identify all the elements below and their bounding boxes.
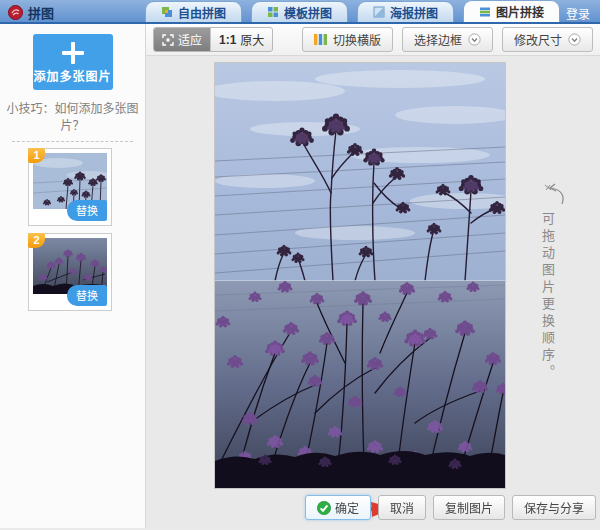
app-logo: 拼图 <box>8 3 54 22</box>
chevron-down-icon <box>568 33 581 46</box>
drag-hint-text: 可拖动图片更换顺序。 <box>538 212 557 382</box>
canvas-toolbar: 适应 1:1 原大 切换横版 <box>146 24 600 56</box>
select-border-label: 选择边框 <box>414 31 462 48</box>
confirm-label: 确定 <box>335 499 359 516</box>
tab-image-stitch[interactable]: 图片拼接 <box>463 0 560 22</box>
template-collage-icon <box>267 6 279 18</box>
chevron-down-icon <box>468 33 481 46</box>
tab-label: 图片拼接 <box>496 3 544 20</box>
thumbnail-item-2[interactable]: 2 <box>28 233 112 311</box>
content-area: 添加多张图片 小技巧：如何添加多张图片？ 1 <box>0 24 600 528</box>
original-label: 原大 <box>240 31 264 48</box>
canvas-area: 可拖动图片更换顺序。 确定 <box>146 56 600 528</box>
switch-horizontal-icon <box>314 34 327 45</box>
stitched-image[interactable] <box>214 62 506 489</box>
select-border-button[interactable]: 选择边框 <box>402 27 493 52</box>
original-size-button[interactable]: 1:1 原大 <box>210 28 272 51</box>
login-link[interactable]: 登录 <box>566 5 590 22</box>
save-share-button[interactable]: 保存与分享 <box>512 495 596 520</box>
switch-horizontal-label: 切换横版 <box>333 31 381 48</box>
action-bar: 确定 取消 复制图片 保存与分享 <box>305 495 596 520</box>
plus-icon <box>62 42 84 64</box>
cancel-label: 取消 <box>390 499 414 516</box>
main-panel: 适应 1:1 原大 切换横版 <box>146 24 600 528</box>
confirm-button[interactable]: 确定 <box>305 495 371 520</box>
tab-label: 自由拼图 <box>178 4 226 21</box>
resize-button[interactable]: 修改尺寸 <box>502 27 593 52</box>
tip-link[interactable]: 小技巧：如何添加多张图片？ <box>0 99 145 133</box>
curl-arrow-icon <box>542 182 568 206</box>
replace-button-1[interactable]: 替换 <box>67 200 107 221</box>
replace-button-2[interactable]: 替换 <box>67 285 107 306</box>
fit-icon <box>162 34 174 46</box>
tab-free-collage[interactable]: 自由拼图 <box>145 1 242 22</box>
image-stitch-icon <box>479 6 491 18</box>
cancel-button[interactable]: 取消 <box>378 495 426 520</box>
sidebar: 添加多张图片 小技巧：如何添加多张图片？ 1 <box>0 24 146 528</box>
fit-view-button[interactable]: 适应 <box>154 28 210 51</box>
add-images-button[interactable]: 添加多张图片 <box>33 34 113 90</box>
add-images-label: 添加多张图片 <box>33 67 113 84</box>
toolbar-right-group: 切换横版 选择边框 修改尺寸 <box>302 27 593 52</box>
tab-bar: 自由拼图 模板拼图 海报拼图 <box>145 0 560 22</box>
app-title: 拼图 <box>28 3 54 22</box>
divider <box>12 141 133 142</box>
copy-image-button[interactable]: 复制图片 <box>433 495 505 520</box>
check-icon <box>317 501 331 515</box>
tab-template-collage[interactable]: 模板拼图 <box>251 1 348 22</box>
switch-horizontal-button[interactable]: 切换横版 <box>302 27 393 52</box>
save-share-label: 保存与分享 <box>524 499 584 516</box>
fit-label: 适应 <box>178 31 202 48</box>
top-bar: 拼图 自由拼图 模板拼图 <box>0 0 600 24</box>
zoom-segment: 适应 1:1 原大 <box>153 27 273 52</box>
drag-hint-note: 可拖动图片更换顺序。 <box>538 182 572 382</box>
tab-label: 模板拼图 <box>284 4 332 21</box>
tab-label: 海报拼图 <box>390 4 438 21</box>
ratio-label: 1:1 <box>219 33 236 47</box>
tab-poster-collage[interactable]: 海报拼图 <box>357 1 454 22</box>
app-window: 拼图 自由拼图 模板拼图 <box>0 0 600 530</box>
resize-label: 修改尺寸 <box>514 31 562 48</box>
app-logo-icon <box>8 5 23 20</box>
thumbnail-item-1[interactable]: 1 <box>28 148 112 226</box>
free-collage-icon <box>161 6 173 18</box>
copy-image-label: 复制图片 <box>445 499 493 516</box>
poster-collage-icon <box>373 6 385 18</box>
